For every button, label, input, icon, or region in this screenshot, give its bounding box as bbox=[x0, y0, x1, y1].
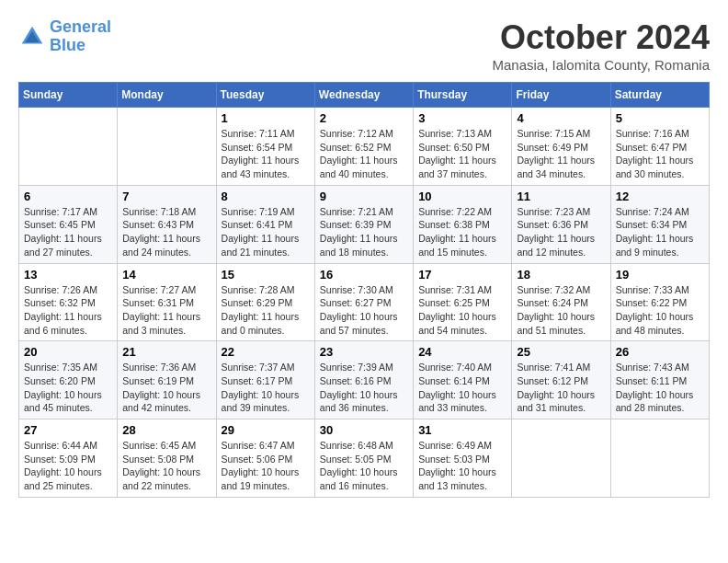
calendar-cell-4-5: 24Sunrise: 7:40 AMSunset: 6:14 PMDayligh… bbox=[414, 341, 512, 419]
day-number-25: 25 bbox=[517, 345, 605, 359]
day-info-11: Sunrise: 7:23 AMSunset: 6:36 PMDaylight:… bbox=[517, 205, 605, 259]
month-title: October 2024 bbox=[493, 18, 711, 57]
day-info-20: Sunrise: 7:35 AMSunset: 6:20 PMDaylight:… bbox=[24, 361, 112, 415]
day-number-23: 23 bbox=[320, 345, 408, 359]
header-saturday: Saturday bbox=[610, 83, 709, 108]
day-number-19: 19 bbox=[616, 268, 704, 282]
calendar-header: Sunday Monday Tuesday Wednesday Thursday… bbox=[19, 83, 710, 108]
day-info-17: Sunrise: 7:31 AMSunset: 6:25 PMDaylight:… bbox=[418, 283, 506, 338]
day-info-12: Sunrise: 7:24 AMSunset: 6:34 PMDaylight:… bbox=[616, 205, 704, 259]
day-number-12: 12 bbox=[616, 190, 704, 203]
calendar-cell-5-7 bbox=[610, 419, 709, 498]
day-info-6: Sunrise: 7:17 AMSunset: 6:45 PMDaylight:… bbox=[24, 205, 112, 259]
day-info-28: Sunrise: 6:45 AMSunset: 5:08 PMDaylight:… bbox=[122, 439, 210, 493]
calendar-cell-4-4: 23Sunrise: 7:39 AMSunset: 6:16 PMDayligh… bbox=[314, 341, 413, 419]
day-number-28: 28 bbox=[122, 423, 210, 437]
calendar-cell-1-7: 5Sunrise: 7:16 AMSunset: 6:47 PMDaylight… bbox=[610, 108, 709, 186]
day-number-31: 31 bbox=[418, 423, 506, 437]
day-info-25: Sunrise: 7:41 AMSunset: 6:12 PMDaylight:… bbox=[517, 361, 605, 415]
day-number-17: 17 bbox=[418, 268, 506, 282]
day-info-13: Sunrise: 7:26 AMSunset: 6:32 PMDaylight:… bbox=[24, 283, 112, 338]
day-number-20: 20 bbox=[24, 345, 112, 359]
calendar-cell-1-2 bbox=[118, 108, 216, 186]
calendar-table: Sunday Monday Tuesday Wednesday Thursday… bbox=[18, 82, 710, 498]
calendar-cell-1-3: 1Sunrise: 7:11 AMSunset: 6:54 PMDaylight… bbox=[216, 108, 314, 186]
calendar-cell-2-2: 7Sunrise: 7:18 AMSunset: 6:43 PMDaylight… bbox=[118, 185, 216, 263]
calendar-cell-3-2: 14Sunrise: 7:27 AMSunset: 6:31 PMDayligh… bbox=[118, 263, 216, 341]
day-info-16: Sunrise: 7:30 AMSunset: 6:27 PMDaylight:… bbox=[320, 283, 408, 338]
header-thursday: Thursday bbox=[414, 83, 512, 108]
calendar-cell-4-2: 21Sunrise: 7:36 AMSunset: 6:19 PMDayligh… bbox=[118, 341, 216, 419]
day-info-18: Sunrise: 7:32 AMSunset: 6:24 PMDaylight:… bbox=[517, 283, 605, 338]
day-number-11: 11 bbox=[517, 190, 605, 203]
day-info-2: Sunrise: 7:12 AMSunset: 6:52 PMDaylight:… bbox=[320, 127, 408, 181]
day-info-22: Sunrise: 7:37 AMSunset: 6:17 PMDaylight:… bbox=[222, 361, 310, 415]
day-number-6: 6 bbox=[24, 190, 112, 203]
day-info-31: Sunrise: 6:49 AMSunset: 5:03 PMDaylight:… bbox=[418, 439, 506, 493]
logo-text: General Blue bbox=[50, 18, 111, 55]
calendar-cell-4-6: 25Sunrise: 7:41 AMSunset: 6:12 PMDayligh… bbox=[512, 341, 610, 419]
calendar-cell-4-7: 26Sunrise: 7:43 AMSunset: 6:11 PMDayligh… bbox=[610, 341, 709, 419]
header-monday: Monday bbox=[118, 83, 216, 108]
day-number-30: 30 bbox=[320, 423, 408, 437]
week-row-2: 6Sunrise: 7:17 AMSunset: 6:45 PMDaylight… bbox=[19, 185, 710, 263]
day-info-15: Sunrise: 7:28 AMSunset: 6:29 PMDaylight:… bbox=[222, 283, 310, 338]
calendar-cell-2-1: 6Sunrise: 7:17 AMSunset: 6:45 PMDaylight… bbox=[19, 185, 118, 263]
day-info-7: Sunrise: 7:18 AMSunset: 6:43 PMDaylight:… bbox=[122, 205, 210, 259]
day-info-10: Sunrise: 7:22 AMSunset: 6:38 PMDaylight:… bbox=[418, 205, 506, 259]
header-wednesday: Wednesday bbox=[314, 83, 413, 108]
day-info-9: Sunrise: 7:21 AMSunset: 6:39 PMDaylight:… bbox=[320, 205, 408, 259]
calendar-cell-2-3: 8Sunrise: 7:19 AMSunset: 6:41 PMDaylight… bbox=[216, 185, 314, 263]
logo-line2: Blue bbox=[50, 36, 85, 54]
week-row-3: 13Sunrise: 7:26 AMSunset: 6:32 PMDayligh… bbox=[19, 263, 710, 341]
title-block: October 2024 Manasia, Ialomita County, R… bbox=[493, 18, 711, 73]
day-number-9: 9 bbox=[320, 190, 408, 203]
day-number-8: 8 bbox=[222, 190, 310, 203]
logo-line1: General bbox=[50, 17, 111, 36]
header-row: Sunday Monday Tuesday Wednesday Thursday… bbox=[19, 83, 710, 108]
day-number-3: 3 bbox=[418, 111, 506, 125]
day-info-5: Sunrise: 7:16 AMSunset: 6:47 PMDaylight:… bbox=[616, 127, 704, 181]
header-sunday: Sunday bbox=[19, 83, 118, 108]
page-header: General Blue October 2024 Manasia, Ialom… bbox=[18, 18, 710, 73]
logo: General Blue bbox=[18, 18, 111, 55]
day-number-13: 13 bbox=[24, 268, 112, 282]
calendar-cell-1-4: 2Sunrise: 7:12 AMSunset: 6:52 PMDaylight… bbox=[314, 108, 413, 186]
day-number-1: 1 bbox=[222, 111, 310, 125]
day-number-16: 16 bbox=[320, 268, 408, 282]
calendar-cell-2-7: 12Sunrise: 7:24 AMSunset: 6:34 PMDayligh… bbox=[610, 185, 709, 263]
calendar-cell-1-1 bbox=[19, 108, 118, 186]
day-number-22: 22 bbox=[222, 345, 310, 359]
calendar-cell-1-5: 3Sunrise: 7:13 AMSunset: 6:50 PMDaylight… bbox=[414, 108, 512, 186]
calendar-cell-5-6 bbox=[512, 419, 610, 498]
header-friday: Friday bbox=[512, 83, 610, 108]
day-number-27: 27 bbox=[24, 423, 112, 437]
day-info-23: Sunrise: 7:39 AMSunset: 6:16 PMDaylight:… bbox=[320, 361, 408, 415]
calendar-cell-2-6: 11Sunrise: 7:23 AMSunset: 6:36 PMDayligh… bbox=[512, 185, 610, 263]
day-number-29: 29 bbox=[222, 423, 310, 437]
day-number-26: 26 bbox=[616, 345, 704, 359]
calendar-cell-4-3: 22Sunrise: 7:37 AMSunset: 6:17 PMDayligh… bbox=[216, 341, 314, 419]
week-row-4: 20Sunrise: 7:35 AMSunset: 6:20 PMDayligh… bbox=[19, 341, 710, 419]
day-info-27: Sunrise: 6:44 AMSunset: 5:09 PMDaylight:… bbox=[24, 439, 112, 493]
day-info-30: Sunrise: 6:48 AMSunset: 5:05 PMDaylight:… bbox=[320, 439, 408, 493]
calendar-cell-5-3: 29Sunrise: 6:47 AMSunset: 5:06 PMDayligh… bbox=[216, 419, 314, 498]
calendar-cell-3-4: 16Sunrise: 7:30 AMSunset: 6:27 PMDayligh… bbox=[314, 263, 413, 341]
calendar-cell-3-1: 13Sunrise: 7:26 AMSunset: 6:32 PMDayligh… bbox=[19, 263, 118, 341]
day-number-14: 14 bbox=[122, 268, 210, 282]
day-number-4: 4 bbox=[517, 111, 605, 125]
day-number-18: 18 bbox=[517, 268, 605, 282]
calendar-cell-3-3: 15Sunrise: 7:28 AMSunset: 6:29 PMDayligh… bbox=[216, 263, 314, 341]
day-number-7: 7 bbox=[122, 190, 210, 203]
day-info-19: Sunrise: 7:33 AMSunset: 6:22 PMDaylight:… bbox=[616, 283, 704, 338]
calendar-cell-5-1: 27Sunrise: 6:44 AMSunset: 5:09 PMDayligh… bbox=[19, 419, 118, 498]
calendar-cell-5-2: 28Sunrise: 6:45 AMSunset: 5:08 PMDayligh… bbox=[118, 419, 216, 498]
day-info-4: Sunrise: 7:15 AMSunset: 6:49 PMDaylight:… bbox=[517, 127, 605, 181]
day-number-5: 5 bbox=[616, 111, 704, 125]
calendar-cell-5-5: 31Sunrise: 6:49 AMSunset: 5:03 PMDayligh… bbox=[414, 419, 512, 498]
calendar-cell-3-7: 19Sunrise: 7:33 AMSunset: 6:22 PMDayligh… bbox=[610, 263, 709, 341]
logo-icon bbox=[18, 23, 46, 51]
calendar-cell-3-6: 18Sunrise: 7:32 AMSunset: 6:24 PMDayligh… bbox=[512, 263, 610, 341]
calendar-body: 1Sunrise: 7:11 AMSunset: 6:54 PMDaylight… bbox=[19, 108, 710, 498]
day-info-24: Sunrise: 7:40 AMSunset: 6:14 PMDaylight:… bbox=[418, 361, 506, 415]
